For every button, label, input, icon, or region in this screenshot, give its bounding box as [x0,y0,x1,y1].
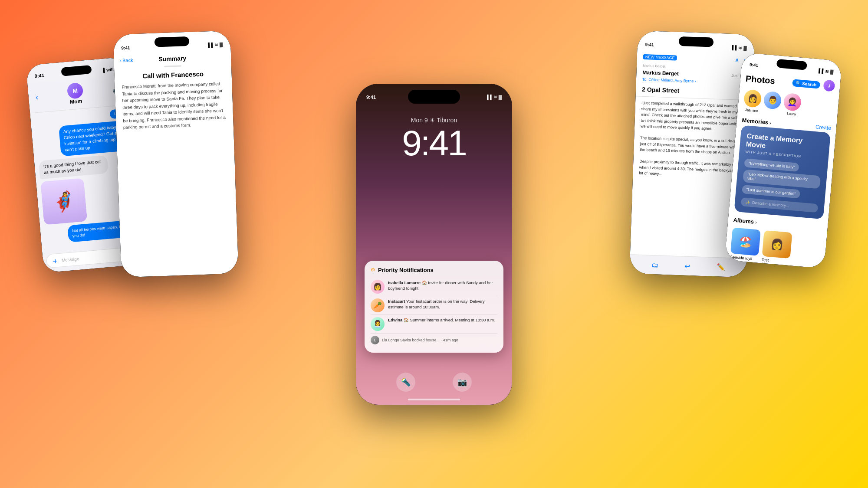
notif-header: ⚙ Priority Notifications [371,267,497,273]
notif-preview: L Lia Longo Savita bocked house... · 41m… [371,334,497,347]
search-label: Search [802,81,817,87]
album-thumb-seaside: 🏖️ [730,228,761,256]
flashlight-icon[interactable]: 🔦 [396,373,415,392]
notif-avatar-0: 👩 [371,280,385,294]
notif-preview-text: Lia Longo Savita bocked house... · 41m a… [382,338,458,342]
battery-3: ▓ [499,95,502,99]
wifi-4: ≋ [738,45,742,50]
notif-text-1: Instacart Your Instacart order is on the… [388,298,497,310]
phone-lockscreen: 9:41 ▐▐ ≋ ▓ Mon 9 ☀ Tiburon 9:41 ⚙ Prior… [356,84,512,405]
back-chevron[interactable]: ‹ [35,92,39,102]
search-icon: 🔍 [796,80,801,85]
dynamic-island-2 [155,36,190,47]
signal-icon: ▐ [102,68,105,73]
mail-sender-name: Markus Berget [642,69,679,77]
summary-content: Call with Francesco Francesco Moretti fr… [114,69,233,131]
memories-section-title: Memories [742,117,769,125]
plus-icon[interactable]: ＋ [51,255,59,266]
time-2: 9:41 [121,45,130,50]
mail-to-chevron[interactable]: › [695,79,696,83]
memories-arrow: › [769,120,772,125]
person-jasmine[interactable]: 👩 Jasmine [743,89,762,113]
create-link[interactable]: Create [815,124,831,131]
memory-input-bar[interactable]: ✨ Describe a memory... [740,197,818,213]
notif-preview-avatar: L [371,336,379,344]
notifications-widget: ⚙ Priority Notifications 👩 Isabella Lama… [365,261,503,353]
new-message-badge: NEW MESSAGE [643,54,677,61]
call-title: Call with Francesco [121,69,224,80]
wifi-5: ≋ [825,69,829,74]
signal-2: ▐▐ [207,42,213,47]
message-cat: It's a good thing I love that cat as muc… [39,155,108,179]
back-chevron-icon: ‹ [120,58,122,63]
battery-5: ▓ [830,69,834,74]
person-laura[interactable]: 👩‍🦱 Laura [783,93,802,117]
memory-card: Create a Memory Movie WITH JUST A DESCRI… [734,125,831,219]
person-avatar-2: 👨 [763,91,782,110]
albums-section-title: Albums [733,217,754,225]
summary-title: Summary [158,55,186,62]
back-button[interactable]: ‹ Back [120,57,133,63]
wifi-icon: wifi [106,67,114,72]
search-button[interactable]: 🔍 Search [792,79,821,89]
battery-2: ▓ [220,42,223,47]
home-bar[interactable] [408,399,460,400]
superhero-image: 🦸‍♀️ [40,178,87,225]
photos-actions: 🔍 Search J [792,77,835,92]
person-name-jasmine: Jasmine [745,108,758,113]
lock-bottom-icons: 🔦 📷 [356,373,512,392]
notif-avatar-1: 🥕 [371,298,385,312]
message-image: 🦸‍♀️ [40,178,87,225]
dynamic-island-3 [408,90,460,104]
battery-4: ▓ [743,45,747,50]
up-arrow[interactable]: ∧ [735,56,740,63]
status-icons-3: ▐▐ ≋ ▓ [486,95,502,99]
memory-input-placeholder: Describe a memory... [752,201,789,208]
phone-summary: 9:41 ▐▐ ≋ ▓ ‹ Back Summary Call with Fra… [113,30,238,277]
photos-title: Photos [745,73,776,86]
mail-toolbar: 🗂 ↩ ✏️ [629,254,747,277]
folder-icon[interactable]: 🗂 [651,261,659,269]
status-icons-4: ▐▐ ≋ ▓ [730,45,747,50]
back-label: Back [122,57,133,63]
person-name-laura: Laura [787,111,796,116]
wifi-3: ≋ [493,95,497,99]
phone-photos: 9:41 ▐▐ ≋ ▓ Photos 🔍 Search J 👩 Jasmine [725,52,842,269]
person-2[interactable]: 👨 [763,91,782,115]
message-input[interactable]: Message [61,252,124,262]
time-5: 9:41 [750,62,759,68]
notif-avatar-2: 👩‍💼 [371,317,385,331]
user-avatar[interactable]: J [823,79,835,92]
contact-info: M Mom [67,82,84,105]
time-1: 9:41 [34,72,44,79]
notif-item-1: 🥕 Instacart Your Instacart order is on t… [371,296,497,315]
person-avatar-laura: 👩‍🦱 [783,93,802,111]
notif-item-0: 👩 Isabella Lamarre 🏠 Invite for dinner w… [371,278,497,296]
notif-gear-icon: ⚙ [371,267,375,273]
call-body: Francesco Moretti from the moving compan… [122,80,227,131]
signal-3: ▐▐ [486,95,492,99]
wifi-2: ≋ [214,42,218,47]
reply-icon[interactable]: ↩ [684,262,690,270]
dynamic-island-4 [679,36,714,47]
lock-date: Mon 9 ☀ Tiburon [356,117,512,124]
camera-icon[interactable]: 📷 [453,373,472,392]
contact-avatar: M [67,82,84,99]
compose-icon[interactable]: ✏️ [716,263,725,272]
status-icons-5: ▐▐ ≋ ▓ [817,68,833,74]
contact-name: Mom [70,98,82,105]
notif-item-2: 👩‍💼 Edwina 🏠 Summer interns arrived. Mee… [371,315,497,334]
person-avatar-jasmine: 👩 [743,89,762,108]
notif-title: Priority Notifications [378,267,434,273]
status-icons-2: ▐▐ ≋ ▓ [207,42,223,47]
notif-text-2: Edwina 🏠 Summer interns arrived. Meeting… [388,317,495,323]
notif-text-0: Isabella Lamarre 🏠 Invite for dinner wit… [388,280,497,291]
album-test[interactable]: 👩 Test 109 [761,230,792,268]
time-4: 9:41 [645,42,654,47]
signal-5: ▐▐ [817,68,823,73]
signal-4: ▐▐ [730,45,737,49]
time-3: 9:41 [366,95,376,100]
sparkle-icon: ✨ [745,200,750,205]
lock-time: 9:41 [356,125,512,161]
suggestion-2[interactable]: "Last summer in our garden" [742,185,800,199]
